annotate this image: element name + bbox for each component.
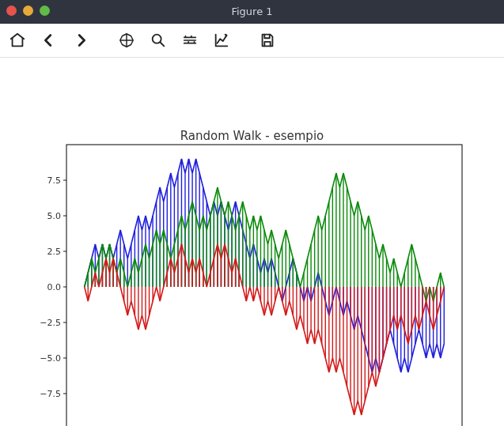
y-tick-label: 2.5: [29, 247, 61, 257]
window-title: Figure 1: [0, 0, 504, 24]
home-button[interactable]: [6, 29, 28, 51]
close-icon[interactable]: [6, 6, 17, 16]
window-titlebar: Figure 1: [0, 0, 504, 24]
pan-button[interactable]: [116, 29, 138, 51]
y-tick-label: 5.0: [29, 211, 61, 221]
axes-button[interactable]: [210, 29, 233, 51]
save-button[interactable]: [256, 29, 279, 51]
plot-canvas: Random Walk - esempio 020406080100−7.5−5…: [0, 58, 504, 426]
back-button[interactable]: [38, 29, 60, 51]
y-tick-label: −5.0: [29, 353, 61, 364]
maximize-icon[interactable]: [40, 6, 50, 16]
y-tick-label: 7.5: [29, 175, 61, 186]
y-tick-label: −2.5: [29, 318, 61, 328]
plot-toolbar: [0, 24, 504, 58]
svg-point-0: [153, 35, 161, 43]
forward-button[interactable]: [70, 29, 92, 51]
y-ticks: [63, 180, 66, 394]
minimize-icon[interactable]: [23, 6, 33, 16]
subplots-button[interactable]: [179, 29, 201, 51]
zoom-button[interactable]: [147, 29, 169, 51]
window-controls: [6, 6, 50, 16]
figure-window: Figure 1 Random Walk - esempio 020406080…: [0, 0, 504, 426]
y-tick-label: −7.5: [29, 389, 61, 399]
chart-svg: [0, 58, 504, 426]
y-tick-label: 0.0: [29, 282, 61, 292]
